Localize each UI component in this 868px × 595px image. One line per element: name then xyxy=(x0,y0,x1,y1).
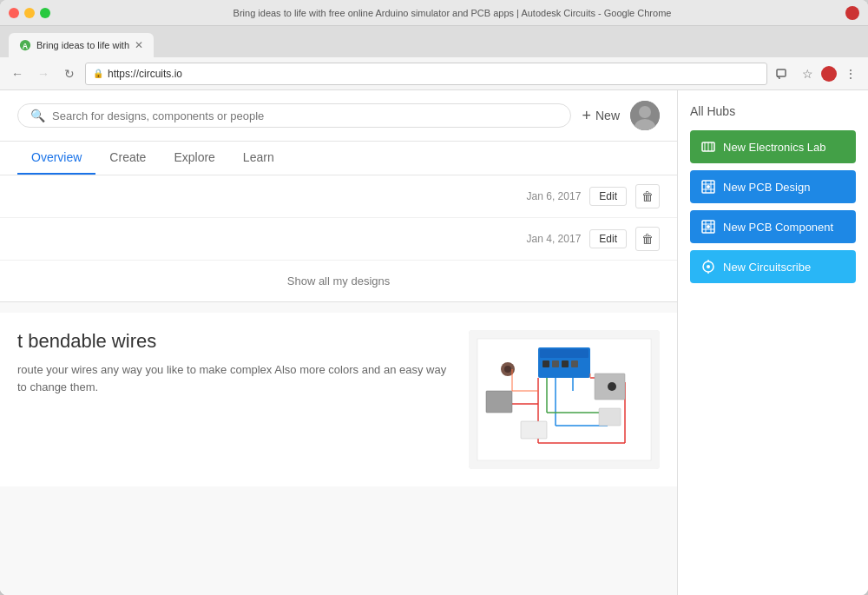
minimize-button[interactable] xyxy=(24,8,35,18)
autodesk-icon xyxy=(821,66,837,82)
new-circuitscribe-button[interactable]: New Circuitscribe xyxy=(690,250,856,283)
nav-explore[interactable]: Explore xyxy=(160,142,228,175)
nav-learn[interactable]: Learn xyxy=(229,142,288,175)
promo-description: route your wires any way you like to mak… xyxy=(17,361,451,395)
design-date-2: Jan 4, 2017 xyxy=(527,233,582,245)
electronics-lab-icon xyxy=(700,139,716,155)
svg-point-43 xyxy=(707,185,710,188)
promo-image xyxy=(469,330,660,469)
promo-section: t bendable wires route your wires any wa… xyxy=(0,313,677,486)
delete-button-1[interactable]: 🗑 xyxy=(635,184,660,208)
new-button[interactable]: + New xyxy=(582,107,620,125)
promo-text: t bendable wires route your wires any wa… xyxy=(17,330,451,395)
pcb-design-icon xyxy=(700,179,716,195)
svg-rect-11 xyxy=(552,360,559,367)
promo-title: t bendable wires xyxy=(17,330,451,353)
avatar[interactable] xyxy=(630,101,660,130)
tab-favicon-icon: A xyxy=(19,39,31,51)
svg-point-28 xyxy=(608,382,616,391)
svg-point-49 xyxy=(707,225,710,228)
svg-rect-9 xyxy=(540,349,589,358)
maximize-button[interactable] xyxy=(40,8,50,18)
tab-bar: A Bring ideas to life with ✕ xyxy=(0,26,868,57)
page-content: 🔍 + New Overview Create xyxy=(0,90,868,595)
tab-label: Bring ideas to life with xyxy=(36,40,129,50)
show-all-link[interactable]: Show all my designs xyxy=(287,274,391,288)
search-bar[interactable]: 🔍 xyxy=(17,103,571,128)
app-header: 🔍 + New xyxy=(0,90,677,142)
new-electronics-lab-button[interactable]: New Electronics Lab xyxy=(690,130,856,163)
search-icon: 🔍 xyxy=(30,109,45,122)
new-electronics-lab-label: New Electronics Lab xyxy=(723,141,826,154)
svg-point-4 xyxy=(639,106,651,118)
new-circuitscribe-label: New Circuitscribe xyxy=(723,261,811,274)
new-pcb-design-button[interactable]: New PCB Design xyxy=(690,170,856,203)
app-nav: Overview Create Explore Learn xyxy=(0,142,677,175)
svg-rect-13 xyxy=(571,360,578,367)
new-pcb-design-label: New PCB Design xyxy=(723,181,810,194)
back-button[interactable]: ← xyxy=(7,63,28,84)
tab-close-icon[interactable]: ✕ xyxy=(135,40,143,50)
menu-button[interactable]: ⋮ xyxy=(840,63,861,84)
new-pcb-component-button[interactable]: New PCB Component xyxy=(690,210,856,243)
active-tab[interactable]: A Bring ideas to life with ✕ xyxy=(9,33,154,57)
window-controls xyxy=(9,8,50,18)
forward-button[interactable]: → xyxy=(33,63,54,84)
pcb-component-icon xyxy=(700,219,716,235)
close-button[interactable] xyxy=(9,8,19,18)
plus-icon: + xyxy=(582,107,591,125)
sidebar-title: All Hubs xyxy=(690,104,856,118)
svg-rect-27 xyxy=(599,408,621,426)
design-date-1: Jan 6, 2017 xyxy=(527,190,582,202)
svg-point-51 xyxy=(707,265,710,268)
designs-section: Jan 6, 2017 Edit 🗑 Jan 4, 2017 Edit 🗑 xyxy=(0,175,677,302)
trash-icon-1: 🗑 xyxy=(641,189,654,203)
window-title: Bring ideas to life with free online Ard… xyxy=(59,8,845,18)
show-all-row: Show all my designs xyxy=(0,261,677,302)
browser-window: Bring ideas to life with free online Ard… xyxy=(0,0,868,595)
cast-button[interactable] xyxy=(773,63,793,84)
right-sidebar: All Hubs New Electronics Lab xyxy=(677,90,868,595)
main-area: 🔍 + New Overview Create xyxy=(0,90,677,595)
svg-point-30 xyxy=(504,366,511,373)
svg-text:A: A xyxy=(23,42,29,50)
url-text: https://circuits.io xyxy=(108,68,760,80)
nav-create[interactable]: Create xyxy=(95,142,160,175)
svg-rect-2 xyxy=(777,69,786,76)
nav-overview[interactable]: Overview xyxy=(17,142,95,175)
search-input[interactable] xyxy=(52,109,269,122)
bookmark-button[interactable]: ☆ xyxy=(797,63,818,84)
table-row: Jan 6, 2017 Edit 🗑 xyxy=(0,175,677,218)
browser-icon xyxy=(845,6,859,20)
navigation-bar: ← → ↻ 🔒 https://circuits.io ☆ ⋮ xyxy=(0,57,868,90)
edit-button-2[interactable]: Edit xyxy=(589,229,627,248)
new-pcb-component-label: New PCB Component xyxy=(723,221,833,234)
edit-button-1[interactable]: Edit xyxy=(589,187,627,206)
address-bar[interactable]: 🔒 https://circuits.io xyxy=(85,63,767,85)
browser-toolbar: A Bring ideas to life with ✕ ← → ↻ 🔒 htt… xyxy=(0,26,868,90)
lock-icon: 🔒 xyxy=(93,69,103,78)
circuit-diagram-icon xyxy=(469,330,660,469)
svg-rect-10 xyxy=(542,360,549,367)
refresh-button[interactable]: ↻ xyxy=(59,63,80,84)
svg-rect-24 xyxy=(486,391,512,413)
title-bar: Bring ideas to life with free online Ard… xyxy=(0,0,868,26)
svg-rect-12 xyxy=(562,360,569,367)
table-row: Jan 4, 2017 Edit 🗑 xyxy=(0,218,677,261)
delete-button-2[interactable]: 🗑 xyxy=(635,227,660,251)
circuitscribe-icon xyxy=(700,259,716,274)
content-area: Jan 6, 2017 Edit 🗑 Jan 4, 2017 Edit 🗑 xyxy=(0,175,677,595)
trash-icon-2: 🗑 xyxy=(641,232,654,246)
nav-actions: ☆ ⋮ xyxy=(773,63,861,84)
svg-rect-26 xyxy=(521,421,547,439)
new-label: New xyxy=(595,109,620,122)
